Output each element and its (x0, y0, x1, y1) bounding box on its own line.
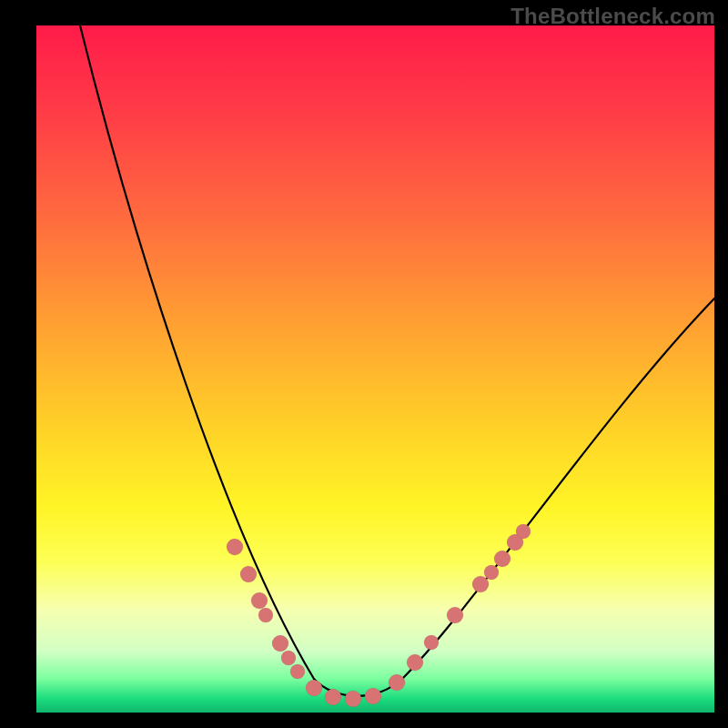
data-point (290, 664, 305, 679)
data-point (407, 654, 423, 671)
data-point (272, 635, 288, 652)
data-point (516, 524, 531, 539)
data-point (472, 576, 489, 592)
data-point (227, 539, 243, 555)
data-point (258, 608, 273, 622)
data-point (345, 691, 361, 707)
plot-area (36, 25, 714, 713)
data-point (281, 651, 296, 665)
data-point (447, 607, 463, 623)
data-point (240, 566, 257, 582)
data-point (484, 565, 499, 580)
data-point (494, 551, 511, 567)
data-point (424, 635, 439, 650)
data-point (251, 592, 268, 609)
chart-svg (36, 25, 714, 713)
data-point (306, 680, 322, 696)
data-point (389, 674, 405, 691)
bottleneck-curve (80, 25, 714, 696)
data-point (325, 689, 341, 705)
data-points (227, 524, 531, 707)
data-point (365, 688, 381, 704)
chart-frame: TheBottleneck.com (0, 0, 728, 728)
